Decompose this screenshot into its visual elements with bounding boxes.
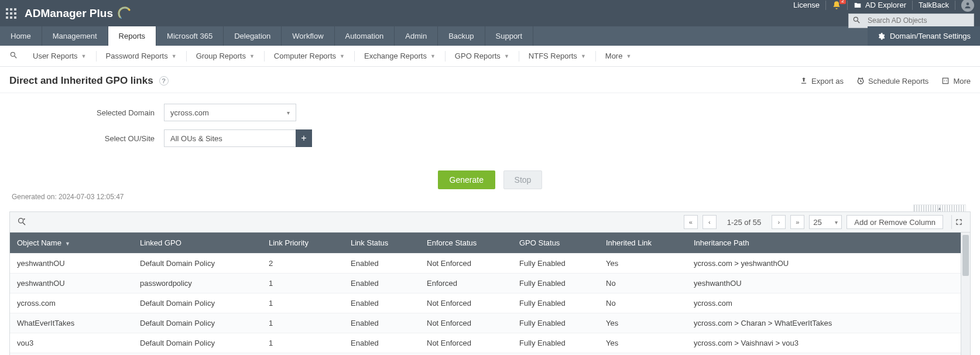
table-cell: Fully Enabled (512, 353, 599, 356)
notification-bell[interactable]: 2 (832, 1, 841, 10)
more-label: More (953, 77, 971, 86)
table-cell: vou3 (10, 333, 133, 353)
apps-grid-icon[interactable] (6, 8, 16, 19)
divider (519, 51, 519, 62)
select-ou-label: Select OU/Site (12, 134, 164, 143)
action-row: Generate Stop (0, 170, 980, 189)
more-button[interactable]: More (941, 77, 971, 86)
table-row[interactable]: yeshwanthOUDefault Domain Policy2Enabled… (10, 254, 970, 274)
divider (595, 51, 596, 62)
chevron-down-icon: ▼ (249, 53, 255, 59)
selected-domain-dropdown[interactable]: ycross.com ▾ (164, 104, 296, 121)
selected-domain-label: Selected Domain (12, 108, 164, 117)
table-cell: Enabled (344, 313, 420, 333)
subnav-ntfs-reports[interactable]: NTFS Reports▼ (520, 46, 594, 67)
pager-next-button[interactable]: › (772, 215, 786, 229)
subnav-computer-reports[interactable]: Computer Reports▼ (266, 46, 353, 67)
col-enforce-status[interactable]: Enforce Status (420, 233, 512, 254)
nav-tab-automation[interactable]: Automation (335, 26, 395, 46)
table-cell: Not Enforced (420, 353, 512, 356)
nav-tab-backup[interactable]: Backup (438, 26, 485, 46)
subnav-search-icon[interactable] (5, 51, 22, 61)
brand-logo: ADManager Plus (25, 6, 132, 21)
subnav-more[interactable]: More▼ (597, 46, 640, 67)
svg-point-0 (967, 2, 969, 5)
table-cell: 1 (262, 274, 344, 293)
fullscreen-button[interactable] (951, 215, 965, 229)
pager-first-button[interactable]: « (684, 215, 698, 229)
table-cell: Not Enforced (420, 313, 512, 333)
nav-tab-workflow[interactable]: Workflow (282, 26, 334, 46)
table-search-icon[interactable]: ▾ (15, 217, 29, 228)
col-link-status[interactable]: Link Status (344, 233, 420, 254)
domain-settings-button[interactable]: Domain/Tenant Settings (868, 26, 980, 46)
table-cell: No (599, 293, 687, 313)
table-cell: WhatEverItTakes (10, 313, 133, 333)
select-ou-field[interactable]: All OUs & Sites (164, 129, 296, 147)
schedule-label: Schedule Reports (868, 77, 928, 86)
vertical-scrollbar[interactable] (961, 233, 970, 355)
add-remove-column-button[interactable]: Add or Remove Column (847, 215, 943, 229)
brand-swoosh-icon (118, 6, 132, 21)
table-row[interactable]: vou2Default Domain Policy1EnabledNot Enf… (10, 353, 970, 356)
subnav-user-reports[interactable]: User Reports▼ (25, 46, 95, 67)
search-ad-objects[interactable] (848, 13, 974, 28)
export-as-button[interactable]: Export as (800, 77, 844, 86)
table-row[interactable]: vou3Default Domain Policy1EnabledNot Enf… (10, 333, 970, 353)
table-cell: Enabled (344, 274, 420, 293)
user-avatar[interactable] (961, 0, 974, 12)
chevron-down-icon: ▼ (581, 53, 586, 59)
generate-button[interactable]: Generate (438, 170, 495, 189)
nav-tab-microsoft-365[interactable]: Microsoft 365 (156, 26, 224, 46)
col-link-priority[interactable]: Link Priority (262, 233, 344, 254)
expand-icon (955, 218, 963, 226)
nav-tab-delegation[interactable]: Delegation (224, 26, 282, 46)
generated-on-label: Generated on: (12, 193, 59, 201)
subnav-gpo-reports[interactable]: GPO Reports▼ (447, 46, 518, 67)
table-row[interactable]: WhatEverItTakesDefault Domain Policy1Ena… (10, 313, 970, 333)
stop-button: Stop (503, 170, 543, 189)
table-row[interactable]: yeshwanthOUpasswordpolicy1EnabledEnforce… (10, 274, 970, 293)
table-cell: yeshwanthOU (10, 254, 133, 274)
generated-on-value: 2024-07-03 12:05:47 (59, 193, 124, 201)
subnav-password-reports[interactable]: Password Reports▼ (98, 46, 185, 67)
nav-tab-reports[interactable]: Reports (108, 26, 157, 46)
table-cell: vou2 (10, 353, 133, 356)
page-size-value: 25 (813, 218, 821, 227)
svg-point-7 (944, 80, 945, 81)
gear-icon (877, 32, 885, 40)
generated-on: Generated on: 2024-07-03 12:05:47 (0, 193, 980, 206)
nav-tab-support[interactable]: Support (485, 26, 534, 46)
brand-text: ADManager Plus (25, 7, 113, 20)
col-object-name[interactable]: Object Name▼ (10, 233, 133, 254)
export-label: Export as (811, 77, 844, 86)
sort-desc-icon: ▼ (65, 241, 70, 247)
schedule-reports-button[interactable]: Schedule Reports (856, 77, 928, 86)
pager-prev-button[interactable]: ‹ (703, 215, 717, 229)
col-inheritance-path[interactable]: Inheritance Path (687, 233, 970, 254)
table-row[interactable]: ycross.comDefault Domain Policy1EnabledN… (10, 293, 970, 313)
nav-tab-home[interactable]: Home (0, 26, 42, 46)
nav-tab-admin[interactable]: Admin (395, 26, 438, 46)
divider (912, 1, 913, 10)
talkback-link[interactable]: TalkBack (919, 1, 949, 9)
table-cell: ycross.com > Vaishnavi > vou3 (687, 333, 970, 353)
col-linked-gpo[interactable]: Linked GPO (133, 233, 262, 254)
col-gpo-status[interactable]: GPO Status (512, 233, 599, 254)
table-cell: Fully Enabled (512, 254, 599, 274)
nav-tab-management[interactable]: Management (42, 26, 108, 46)
license-link[interactable]: License (793, 1, 820, 9)
page-size-dropdown[interactable]: 25 ▾ (809, 215, 842, 229)
table-cell: yeshwanthOU (687, 274, 970, 293)
subnav-group-reports[interactable]: Group Reports▼ (188, 46, 263, 67)
pager-last-button[interactable]: » (790, 215, 804, 229)
subnav-exchange-reports[interactable]: Exchange Reports▼ (356, 46, 444, 67)
ad-explorer-link[interactable]: AD Explorer (854, 1, 906, 9)
search-icon (849, 16, 864, 26)
add-ou-button[interactable]: + (296, 129, 312, 147)
col-inherited-link[interactable]: Inherited Link (599, 233, 687, 254)
panel-resize-grip[interactable] (913, 204, 966, 211)
search-input[interactable] (864, 16, 974, 25)
scrollbar-thumb[interactable] (962, 235, 969, 276)
help-icon[interactable]: ? (159, 76, 169, 86)
